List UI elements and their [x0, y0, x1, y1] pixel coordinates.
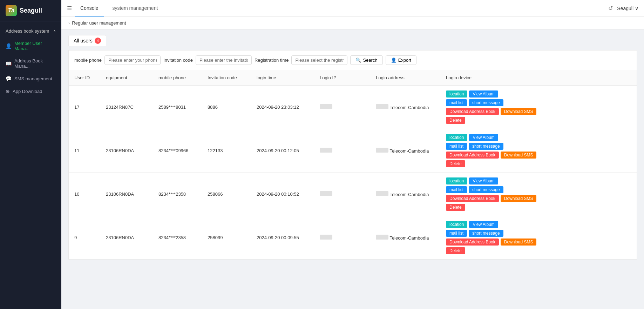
mobile-phone-input[interactable]	[104, 55, 161, 65]
cell-invitation-code: 8886	[208, 105, 257, 110]
actions-row4: Delete	[446, 117, 631, 124]
address-blur-box	[376, 235, 388, 240]
sidebar-item-label: App Download	[13, 89, 42, 94]
cell-login-address: Telecom-Cambodia	[376, 191, 446, 197]
actions-row2: mail list short message	[446, 230, 631, 237]
view-album-button[interactable]: View Album	[469, 90, 498, 98]
location-button[interactable]: location	[446, 134, 467, 141]
cell-login-time: 2024-09-20 00:09:55	[257, 235, 320, 240]
topbar-right: ↺ Seagull ∨	[608, 5, 638, 12]
registration-time-input[interactable]	[291, 55, 347, 65]
actions-row3: Download Address Book Download SMS	[446, 195, 631, 202]
actions-row3: Download Address Book Download SMS	[446, 108, 631, 115]
sidebar-item-sms[interactable]: 💬 SMS management	[0, 72, 61, 85]
mail-list-button[interactable]: mail list	[446, 186, 467, 193]
download-sms-button[interactable]: Download SMS	[501, 108, 537, 115]
col-login-ip: Login IP	[320, 74, 376, 82]
sidebar-group-header[interactable]: Address book system ∧	[0, 25, 61, 37]
col-user-id: User ID	[74, 74, 106, 82]
sidebar-item-address-book[interactable]: 📖 Address Book Mana...	[0, 55, 61, 72]
short-message-button[interactable]: short message	[469, 230, 503, 237]
users-table-container: mobile phone Invitation code Registratio…	[68, 50, 637, 260]
cell-mobile-phone: 8234****2358	[158, 235, 208, 240]
actions-row2: mail list short message	[446, 143, 631, 150]
refresh-icon[interactable]: ↺	[608, 5, 613, 12]
cell-login-ip	[320, 191, 376, 197]
delete-button[interactable]: Delete	[446, 117, 465, 124]
short-message-button[interactable]: short message	[469, 186, 503, 193]
actions-row3: Download Address Book Download SMS	[446, 239, 631, 246]
delete-button[interactable]: Delete	[446, 160, 465, 167]
user-menu[interactable]: Seagull ∨	[617, 6, 638, 11]
address-blur-box	[376, 104, 388, 109]
breadcrumb-arrow: ›	[68, 20, 70, 26]
actions-cell: location View Album mail list short mess…	[446, 177, 631, 211]
logo-icon: Ta	[6, 5, 17, 16]
mail-list-button[interactable]: mail list	[446, 99, 467, 106]
col-mobile-phone: mobile phone	[158, 74, 208, 82]
export-button[interactable]: 👤 Export	[386, 55, 417, 65]
menu-icon[interactable]: ☰	[67, 5, 72, 12]
download-sms-button[interactable]: Download SMS	[501, 239, 537, 246]
view-album-button[interactable]: View Album	[469, 177, 498, 184]
mail-list-button[interactable]: mail list	[446, 143, 467, 150]
plus-circle-icon: ⊕	[6, 88, 10, 94]
download-address-button[interactable]: Download Address Book	[446, 152, 499, 159]
actions-row2: mail list short message	[446, 99, 631, 106]
location-button[interactable]: location	[446, 221, 467, 228]
cell-mobile-phone: 8234****09966	[158, 148, 208, 153]
view-album-button[interactable]: View Album	[469, 134, 498, 141]
cell-mobile-phone: 2589****8031	[158, 105, 208, 110]
content-area: All users 4 mobile phone Invitation code…	[61, 29, 644, 309]
delete-button[interactable]: Delete	[446, 204, 465, 211]
cell-equipment: 23106RN0DA	[106, 235, 158, 240]
download-sms-button[interactable]: Download SMS	[501, 195, 537, 202]
topbar: ☰ Console system management ↺ Seagull ∨	[61, 0, 644, 17]
short-message-button[interactable]: short message	[469, 143, 503, 150]
sidebar-item-member-user[interactable]: 👤 Member User Mana...	[0, 37, 61, 55]
mail-list-button[interactable]: mail list	[446, 230, 467, 237]
download-address-button[interactable]: Download Address Book	[446, 195, 499, 202]
col-login-device: Login device	[446, 74, 631, 82]
search-button[interactable]: 🔍 Search	[350, 55, 382, 65]
download-sms-button[interactable]: Download SMS	[501, 152, 537, 159]
sidebar-item-app-download[interactable]: ⊕ App Download	[0, 85, 61, 98]
download-address-button[interactable]: Download Address Book	[446, 108, 499, 115]
ip-blur-box	[320, 148, 332, 153]
short-message-button[interactable]: short message	[469, 99, 503, 106]
view-album-button[interactable]: View Album	[469, 221, 498, 228]
actions-row3: Download Address Book Download SMS	[446, 152, 631, 159]
tab-console[interactable]: Console	[75, 0, 104, 16]
tab-all-users-label: All users	[74, 38, 93, 43]
registration-time-filter-label: Registration time	[255, 58, 289, 63]
cell-login-ip	[320, 235, 376, 241]
location-button[interactable]: location	[446, 177, 467, 184]
invitation-code-input[interactable]	[196, 55, 252, 65]
export-icon: 👤	[391, 58, 396, 63]
cell-login-address: Telecom-Cambodia	[376, 104, 446, 110]
cell-user-id: 11	[74, 148, 106, 153]
cell-equipment: 23124RN87C	[106, 105, 158, 110]
actions-row1: location View Album	[446, 221, 631, 228]
ip-blur-box	[320, 104, 332, 109]
sms-icon: 💬	[6, 76, 12, 81]
chevron-down-icon: ∨	[635, 6, 638, 11]
col-invitation-code: Invitation code	[208, 74, 257, 82]
sidebar: Ta Seagull Address book system ∧ 👤 Membe…	[0, 0, 61, 309]
table-row: 10 23106RN0DA 8234****2358 258066 2024-0…	[69, 173, 637, 216]
address-blur-box	[376, 191, 388, 196]
cell-user-id: 9	[74, 235, 106, 240]
search-icon: 🔍	[355, 58, 361, 63]
cell-login-time: 2024-09-20 00:10:52	[257, 192, 320, 197]
breadcrumb: › Regular user management	[61, 17, 644, 29]
all-users-tab[interactable]: All users 4	[68, 35, 106, 46]
table-row: 11 23106RN0DA 8234****09966 122133 2024-…	[69, 129, 637, 173]
location-button[interactable]: location	[446, 90, 467, 98]
tab-system-management[interactable]: system management	[107, 0, 163, 16]
col-equipment: equipment	[106, 74, 158, 82]
cell-equipment: 23106RN0DA	[106, 192, 158, 197]
export-label: Export	[398, 58, 412, 63]
download-address-button[interactable]: Download Address Book	[446, 239, 499, 246]
cell-invitation-code: 258066	[208, 192, 257, 197]
delete-button[interactable]: Delete	[446, 247, 465, 254]
